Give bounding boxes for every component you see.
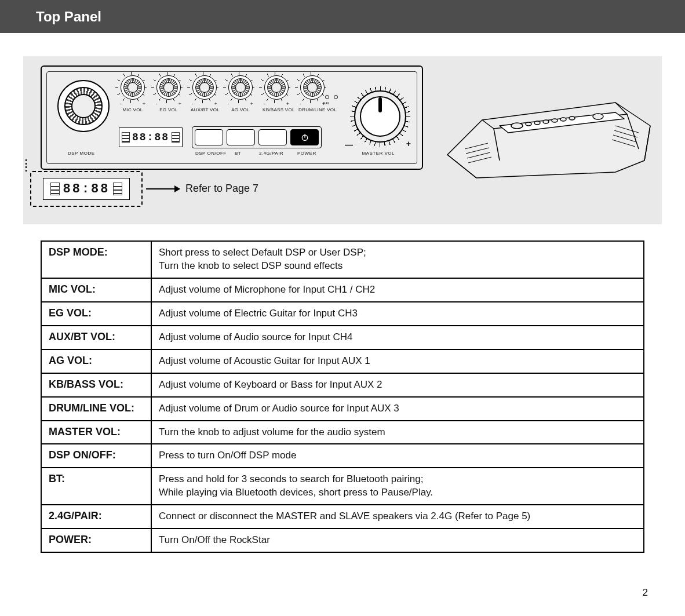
- control-desc: Press and hold for 3 seconds to search f…: [152, 468, 643, 504]
- svg-point-11: [593, 114, 603, 119]
- control-desc: Connect or disconnect the MASTER and SLA…: [152, 505, 643, 528]
- knob-unit-aux-bt-vol: - + AUX/BT VOL: [191, 75, 218, 112]
- knob-label: MIC VOL: [119, 107, 147, 112]
- table-row: AG VOL: Adjust volume of Acoustic Guitar…: [42, 349, 643, 373]
- dsp-mode-knob-icon: [57, 80, 110, 132]
- knob-label: EG VOL: [155, 107, 183, 112]
- control-label: MIC VOL:: [42, 279, 152, 301]
- knob-plus: +: [214, 101, 217, 107]
- knob-minus: -: [156, 101, 158, 107]
- table-row: DSP ON/OFF: Press to turn On/Off DSP mod…: [42, 443, 643, 467]
- knob-icon: [228, 75, 253, 100]
- knob-unit-kb-bass-vol: - + KB/BASS VOL: [263, 75, 290, 112]
- lcd-bars-icon: [122, 132, 130, 143]
- master-vol-label: MASTER VOL: [362, 151, 395, 156]
- control-label: 2.4G/PAIR:: [42, 505, 152, 528]
- control-desc: Adjust volume of Microphone for Input CH…: [152, 279, 643, 301]
- knob-unit-mic-vol: - + MIC VOL: [119, 75, 147, 112]
- knob-label: AG VOL: [227, 107, 254, 112]
- arrow-icon: [146, 188, 180, 189]
- lcd-callout-text: 88:88: [63, 182, 110, 196]
- lcd-text: 88:88: [132, 132, 169, 143]
- controls-table: DSP MODE: Short press to select Default …: [41, 240, 644, 553]
- control-desc: Adjust volume of Audio source for Input …: [152, 326, 643, 349]
- control-desc: Short press to select Default DSP or Use…: [152, 242, 643, 278]
- illustration-area: DSP MODE - + MIC VOL: [23, 56, 662, 224]
- knob-plus: +: [178, 101, 181, 107]
- device-perspective-icon: [442, 85, 656, 184]
- table-row: MASTER VOL: Turn the knob to adjust volu…: [42, 420, 643, 444]
- master-plus: +: [406, 139, 411, 148]
- control-desc: Turn On/Off the RockStar: [152, 529, 643, 552]
- power-button-icon: [290, 129, 319, 145]
- btn-label-pair: 2.4G/PAIR: [259, 151, 283, 156]
- btn-label-bt: BT: [235, 151, 241, 156]
- control-label: BT:: [42, 468, 152, 504]
- svg-point-10: [569, 116, 575, 120]
- dsp-on-off-button-icon: [195, 129, 223, 145]
- knob-icon: [300, 75, 325, 100]
- knob-plus: +: [143, 101, 145, 107]
- lcd-bars-icon: [50, 183, 60, 195]
- knob-plus: +: [286, 101, 289, 107]
- knob-minus: -: [228, 101, 229, 107]
- control-desc: Press to turn On/Off DSP mode: [152, 444, 643, 467]
- knob-label: KB/BASS VOL: [263, 107, 290, 112]
- knob-icon: [156, 75, 181, 100]
- table-row: POWER: Turn On/Off the RockStar: [42, 528, 643, 552]
- knob-plus: +: [250, 101, 253, 107]
- panel-inner: DSP MODE - + MIC VOL: [46, 71, 417, 164]
- svg-point-4: [511, 123, 523, 129]
- knob-unit-ag-vol: - + AG VOL: [227, 75, 254, 112]
- svg-point-6: [534, 121, 540, 125]
- table-row: BT: Press and hold for 3 seconds to sear…: [42, 467, 643, 504]
- indicator-dot-icon: [325, 95, 329, 99]
- callout-connector-icon: [25, 159, 27, 172]
- svg-point-8: [552, 119, 558, 122]
- svg-point-7: [543, 120, 549, 123]
- front-panel-diagram: DSP MODE - + MIC VOL: [41, 65, 423, 170]
- table-row: 2.4G/PAIR: Connect or disconnect the MAS…: [42, 504, 643, 528]
- knob-unit-eg-vol: - + EG VOL: [155, 75, 183, 112]
- knob-label: DRUM/LINE VOL: [298, 107, 326, 112]
- control-label: AG VOL:: [42, 350, 152, 373]
- knob-icon: [192, 75, 217, 100]
- knob-minus: -: [120, 101, 122, 107]
- lcd-bars-icon: [172, 132, 180, 143]
- page-number: 2: [643, 587, 648, 599]
- svg-marker-2: [447, 103, 650, 178]
- table-row: MIC VOL: Adjust volume of Microphone for…: [42, 278, 643, 301]
- control-desc: Adjust volume of Keyboard or Bass for In…: [152, 374, 643, 396]
- btn-label-dsp: DSP ON/OFF: [195, 151, 227, 156]
- knob-minus: -: [300, 101, 301, 107]
- indicator-label-left: 2.4G: [322, 101, 331, 106]
- control-label: MASTER VOL:: [42, 421, 152, 444]
- indicator-dot-icon: [334, 95, 338, 99]
- pair-button-icon: [258, 129, 287, 145]
- refer-text: Refer to Page 7: [185, 183, 258, 195]
- lcd-callout-display-icon: 88:88: [43, 178, 130, 200]
- control-desc: Adjust volume of Drum or Audio source fo…: [152, 398, 643, 420]
- knob-minus: -: [264, 101, 265, 107]
- power-icon: [300, 133, 309, 142]
- master-minus: —: [345, 140, 353, 150]
- control-label: KB/BASS VOL:: [42, 374, 152, 396]
- lcd-callout: 88:88: [30, 171, 143, 207]
- indicator-lights: 2.4G: [322, 95, 341, 106]
- master-vol-knob-icon: [354, 90, 406, 143]
- knob-icon: [264, 75, 289, 100]
- control-label: DSP MODE:: [42, 242, 152, 278]
- svg-point-5: [526, 122, 531, 126]
- page-title: Top Panel: [0, 9, 101, 25]
- control-label: DSP ON/OFF:: [42, 444, 152, 467]
- control-label: DRUM/LINE VOL:: [42, 398, 152, 420]
- control-desc: Turn the knob to adjust volume for the a…: [152, 421, 643, 444]
- svg-point-9: [560, 118, 566, 121]
- control-desc: Adjust volume of Electric Guitar for Inp…: [152, 302, 643, 325]
- bt-button-icon: [227, 129, 255, 145]
- lcd-display-icon: 88:88: [119, 127, 183, 147]
- dsp-mode-label: DSP MODE: [68, 151, 95, 156]
- table-row: EG VOL: Adjust volume of Electric Guitar…: [42, 301, 643, 325]
- panel-button-group: [192, 126, 322, 148]
- knob-icon: [121, 75, 145, 100]
